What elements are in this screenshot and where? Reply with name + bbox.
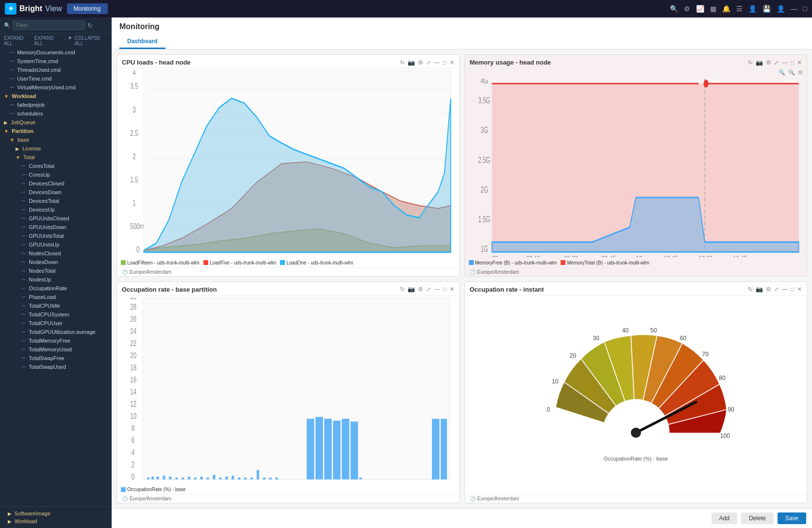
tree-item-totalgpuutilization[interactable]: 〰 TotalGPUUtilization:average bbox=[0, 328, 112, 336]
refresh-icon[interactable]: ↻ bbox=[400, 59, 405, 66]
tree-item-totalswapfree[interactable]: 〰 TotalSwapFree bbox=[0, 354, 112, 363]
tree-item-gpuunitsdown[interactable]: 〰 GPUUnitsDown bbox=[0, 223, 112, 231]
tree-item-gpuunitsclosed[interactable]: 〰 GPUUnitsClosed bbox=[0, 214, 112, 223]
maximize-icon[interactable]: □ bbox=[443, 286, 446, 293]
tree-item-totalcpusystem[interactable]: 〰 TotalCPUSystem bbox=[0, 310, 112, 319]
chart-icon[interactable]: 📈 bbox=[696, 5, 704, 13]
sidebar-refresh-icon[interactable]: ↻ bbox=[87, 22, 93, 29]
close-icon[interactable]: ✕ bbox=[797, 286, 802, 293]
grid-icon[interactable]: ▦ bbox=[710, 5, 716, 13]
tree-item-totalmemoryfree[interactable]: 〰 TotalMemoryFree bbox=[0, 336, 112, 345]
refresh-icon[interactable]: ↻ bbox=[748, 59, 753, 66]
maximize-icon[interactable]: □ bbox=[791, 286, 794, 293]
expand-all-button[interactable]: EXPAND ALL bbox=[4, 35, 32, 46]
tree-item-nodesup[interactable]: 〰 NodesUp bbox=[0, 275, 112, 284]
settings-icon[interactable]: ⚙ bbox=[684, 5, 690, 13]
expand-icon[interactable]: ⤢ bbox=[426, 59, 431, 66]
tree-item-total[interactable]: ▼ Total bbox=[0, 153, 112, 162]
minimize-icon[interactable]: — bbox=[782, 286, 788, 293]
tab-dashboard[interactable]: Dashboard bbox=[119, 35, 166, 49]
settings-icon[interactable]: ⚙ bbox=[766, 59, 771, 66]
tree-item-devicesclosed[interactable]: 〰 DevicesClosed bbox=[0, 179, 112, 188]
expand-icon[interactable]: ⤢ bbox=[426, 286, 431, 293]
close-icon[interactable]: ✕ bbox=[797, 59, 802, 66]
tree-item-workload-bottom[interactable]: ▶ Workload bbox=[4, 517, 108, 525]
tree-item-softwareimage[interactable]: ▶ SoftwareImage bbox=[4, 510, 108, 517]
tree-item-corestotal[interactable]: 〰 CoresTotal bbox=[0, 162, 112, 170]
minimize-icon[interactable]: — bbox=[434, 286, 440, 293]
maximize-icon[interactable]: □ bbox=[791, 59, 794, 66]
expand-icon[interactable]: ⤢ bbox=[774, 286, 779, 293]
tree-item-phaseload[interactable]: 〰 PhaseLoad bbox=[0, 293, 112, 301]
tree-item-memorydocuments[interactable]: 〰 MemoryDocuments.cmd bbox=[0, 48, 112, 57]
tree-item-occupationrate[interactable]: 〰 OccupationRate bbox=[0, 284, 112, 293]
window-min-icon[interactable]: — bbox=[791, 5, 797, 13]
users-icon[interactable]: 👤 bbox=[748, 5, 757, 13]
camera-icon[interactable]: 📷 bbox=[408, 59, 415, 66]
tree-item-virtualmemoryused[interactable]: 〰 VirtualMemoryUsed.cmd bbox=[0, 83, 112, 92]
occupation-instant-header: Occupation rate - instant ↻ 📷 ⚙ ⤢ — □ ✕ bbox=[465, 282, 807, 296]
zoom-in-icon[interactable]: 🔍 bbox=[788, 69, 795, 76]
settings-icon[interactable]: ⚙ bbox=[418, 59, 423, 66]
zoom-reset-icon[interactable]: 🔍 bbox=[779, 69, 785, 76]
list-icon[interactable]: ☰ bbox=[736, 5, 743, 13]
settings2-icon[interactable]: ⚙ bbox=[798, 69, 803, 76]
tree-item-nodesclosed[interactable]: 〰 NodesClosed bbox=[0, 249, 112, 258]
expand-icon[interactable]: ⤢ bbox=[774, 59, 779, 66]
metric-icon: 〰 bbox=[21, 304, 26, 309]
close-icon[interactable]: ✕ bbox=[449, 59, 454, 66]
search-icon[interactable]: 🔍 bbox=[670, 5, 678, 13]
metric-icon: 〰 bbox=[10, 50, 14, 55]
sidebar-filter-input[interactable] bbox=[13, 20, 85, 30]
tree-item-devicesup[interactable]: 〰 DevicesUp bbox=[0, 205, 112, 214]
minimize-icon[interactable]: — bbox=[782, 59, 788, 66]
user-icon[interactable]: 👤 bbox=[777, 5, 785, 13]
tree-item-devicestotal[interactable]: 〰 DevicesTotal bbox=[0, 197, 112, 205]
settings-icon[interactable]: ⚙ bbox=[418, 286, 423, 293]
expand-all-label[interactable]: EXPAND ALL bbox=[34, 35, 62, 46]
minimize-icon[interactable]: — bbox=[434, 59, 440, 66]
tree-item-usertime[interactable]: 〰 UserTime.cmd bbox=[0, 74, 112, 83]
refresh-icon[interactable]: ↻ bbox=[400, 286, 405, 293]
tree-item-workload[interactable]: ▼ Workload bbox=[0, 92, 112, 100]
refresh-icon[interactable]: ↻ bbox=[748, 286, 753, 293]
svg-rect-66 bbox=[143, 297, 449, 479]
window-max-icon[interactable]: □ bbox=[803, 5, 807, 13]
svg-text:80: 80 bbox=[719, 375, 726, 382]
save-icon[interactable]: 💾 bbox=[762, 5, 771, 13]
tree-item-totalmemoryused[interactable]: 〰 TotalMemoryUsed bbox=[0, 345, 112, 354]
tree-item-totalswapused[interactable]: 〰 TotalSwapUsed bbox=[0, 363, 112, 371]
tree-item-threadsused[interactable]: 〰 ThreadsUsed.cmd bbox=[0, 66, 112, 74]
tree-item-totalcpuidle[interactable]: 〰 TotalCPUIdle bbox=[0, 301, 112, 310]
tree-item-totalcpuuser[interactable]: 〰 TotalCPUUser bbox=[0, 319, 112, 328]
close-icon[interactable]: ✕ bbox=[449, 286, 454, 293]
camera-icon[interactable]: 📷 bbox=[756, 286, 763, 293]
bell-icon[interactable]: 🔔 bbox=[722, 5, 730, 13]
add-button[interactable]: Add bbox=[712, 512, 737, 524]
tree-item-gpuunitstotal[interactable]: 〰 GPUUnitsTotal bbox=[0, 231, 112, 240]
tree-item-failedprejob[interactable]: 〰 failedprejob bbox=[0, 100, 112, 109]
tree-item-schedulers[interactable]: 〰 schedulers bbox=[0, 109, 112, 118]
svg-text:1G: 1G bbox=[481, 244, 488, 254]
save-button[interactable]: Save bbox=[778, 512, 806, 524]
camera-icon[interactable]: 📷 bbox=[408, 286, 415, 293]
tree-item-coresup[interactable]: 〰 CoresUp bbox=[0, 170, 112, 179]
camera-icon[interactable]: 📷 bbox=[756, 59, 763, 66]
maximize-icon[interactable]: □ bbox=[443, 59, 446, 66]
tree-item-jobqueue[interactable]: ▶ JobQueue bbox=[0, 118, 112, 127]
settings-icon[interactable]: ⚙ bbox=[766, 286, 771, 293]
tree-item-partition[interactable]: ▼ Partition bbox=[0, 127, 112, 135]
monitoring-nav-button[interactable]: Monitoring bbox=[67, 3, 108, 14]
tree-item-license[interactable]: ▶ License bbox=[0, 144, 112, 153]
timezone-icon: 🕐 bbox=[122, 269, 128, 275]
tree-item-base[interactable]: ▼ base bbox=[0, 135, 112, 144]
tree-item-gpuunitsup[interactable]: 〰 GPUUnitsUp bbox=[0, 240, 112, 249]
tree-item-nodestotal[interactable]: 〰 NodesTotal bbox=[0, 266, 112, 275]
tree-item-systemtime[interactable]: 〰 SystemTime.cmd bbox=[0, 57, 112, 66]
tree-item-nodesdown[interactable]: 〰 NodesDown bbox=[0, 258, 112, 266]
delete-button[interactable]: Delete bbox=[741, 512, 774, 524]
svg-text:09:15: 09:15 bbox=[526, 254, 540, 257]
svg-text:11: 11 bbox=[441, 483, 447, 484]
tree-item-devicesdown[interactable]: 〰 DevicesDown bbox=[0, 188, 112, 197]
collapse-all-label[interactable]: COLLAPSE ALL bbox=[75, 35, 108, 46]
